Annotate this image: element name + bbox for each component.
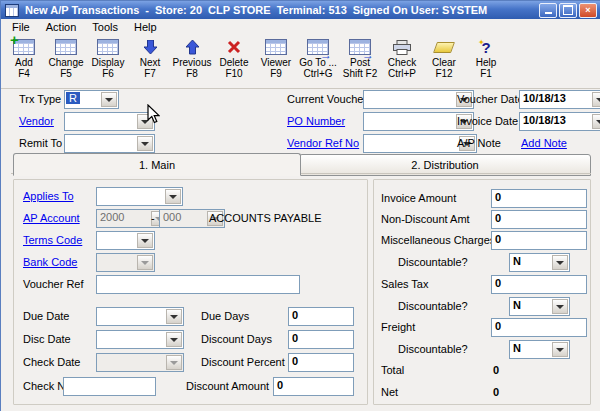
voucher-date-select[interactable]: 10/18/13: [519, 90, 600, 109]
applies-to-select[interactable]: [96, 187, 183, 206]
bank-code-link[interactable]: Bank Code: [23, 256, 77, 269]
goto-button[interactable]: → Go To ... Ctrl+G: [297, 38, 339, 79]
remit-to-label: Remit To: [19, 137, 62, 150]
app-window: New A/P Transactions - Store: 20 CLP STO…: [0, 0, 600, 411]
ap-account-link[interactable]: AP Account: [23, 212, 80, 225]
window-title-terminal: Terminal: 513: [277, 4, 347, 16]
po-number-link[interactable]: PO Number: [287, 115, 345, 128]
non-discount-amt-input[interactable]: 0: [491, 210, 587, 229]
invoice-date-select[interactable]: 10/18/13: [519, 112, 600, 131]
check-button[interactable]: Check Ctrl+P: [381, 38, 423, 79]
due-date-select[interactable]: [96, 307, 184, 326]
discountable-tax-label: Discountable?: [398, 300, 468, 313]
remit-to-select[interactable]: [64, 134, 155, 153]
add-note-link[interactable]: Add Note: [521, 137, 567, 150]
trx-type-value: R: [66, 92, 80, 104]
check-no-input[interactable]: [63, 377, 156, 396]
discountable-misc-select[interactable]: N: [509, 253, 570, 272]
menu-tools[interactable]: Tools: [85, 20, 125, 34]
check-date-select[interactable]: [96, 353, 184, 372]
bank-code-select[interactable]: [96, 253, 155, 272]
chevron-down-icon[interactable]: [101, 92, 117, 107]
invoice-date-label: Invoice Date: [457, 115, 518, 128]
net-value: 0: [493, 386, 499, 399]
table-icon: [97, 38, 119, 56]
chevron-down-icon[interactable]: [592, 92, 600, 107]
app-icon: [5, 4, 19, 17]
vendor-link[interactable]: Vendor: [19, 115, 54, 128]
table-icon: [265, 38, 287, 56]
applies-to-link[interactable]: Applies To: [23, 190, 74, 203]
eraser-icon: [435, 38, 453, 56]
window-title-store: Store: 20: [155, 4, 202, 16]
chevron-down-icon[interactable]: [137, 233, 153, 248]
invoice-amount-input[interactable]: 0: [491, 189, 587, 208]
previous-button[interactable]: Previous F8: [171, 38, 213, 79]
non-discount-amt-label: Non-Discount Amt: [381, 213, 470, 226]
mouse-cursor: [147, 104, 160, 124]
chevron-down-icon[interactable]: [166, 309, 182, 324]
chevron-down-icon[interactable]: [137, 136, 153, 151]
close-button[interactable]: ×: [579, 3, 597, 18]
discount-days-label: Discount Days: [201, 333, 272, 346]
viewer-button[interactable]: Viewer F9: [255, 38, 297, 79]
disc-date-label: Disc Date: [23, 333, 71, 346]
menu-action[interactable]: Action: [39, 20, 84, 34]
due-days-input[interactable]: 0: [288, 307, 354, 326]
delete-button[interactable]: Delete F10: [213, 38, 255, 79]
minimize-button[interactable]: [539, 3, 557, 18]
post-button[interactable]: → Post Shift F2: [339, 38, 381, 79]
trx-type-select[interactable]: R: [64, 90, 119, 109]
table-arrow-icon: →: [349, 38, 371, 56]
chevron-down-icon[interactable]: [165, 189, 181, 204]
due-date-label: Due Date: [23, 310, 69, 323]
chevron-down-icon[interactable]: [552, 342, 568, 357]
window-title-user: Signed On User: SYSTEM: [353, 4, 487, 16]
chevron-down-icon[interactable]: [166, 332, 182, 347]
terms-code-select[interactable]: [96, 231, 155, 250]
change-button[interactable]: Change F5: [45, 38, 87, 79]
discountable-freight-select[interactable]: N: [509, 340, 570, 359]
window-controls: ×: [539, 3, 597, 18]
add-button[interactable]: + Add F4: [3, 38, 45, 79]
discountable-tax-select[interactable]: N: [509, 297, 570, 316]
menu-help[interactable]: Help: [127, 20, 164, 34]
terms-code-link[interactable]: Terms Code: [23, 234, 82, 247]
vendor-ref-no-link[interactable]: Vendor Ref No: [287, 137, 359, 150]
ap-note-label: A/P Note: [457, 137, 501, 150]
table-icon: [55, 38, 77, 56]
maximize-button[interactable]: [559, 3, 577, 18]
voucher-ref-input[interactable]: [96, 275, 300, 294]
discount-amount-input[interactable]: 0: [273, 377, 354, 396]
voucher-ref-label: Voucher Ref: [23, 278, 84, 291]
discount-percent-input[interactable]: 0: [288, 353, 354, 372]
help-icon: ?✦: [481, 38, 490, 56]
vendor-select[interactable]: [64, 112, 155, 131]
help-button[interactable]: ?✦ Help F1: [465, 38, 507, 79]
chevron-down-icon[interactable]: [166, 355, 182, 370]
discount-days-input[interactable]: 0: [288, 330, 354, 349]
tab-main[interactable]: 1. Main: [13, 153, 301, 176]
sales-tax-input[interactable]: 0: [491, 275, 587, 294]
sales-tax-label: Sales Tax: [381, 278, 429, 291]
trx-type-label: Trx Type: [19, 93, 61, 106]
freight-input[interactable]: 0: [491, 318, 587, 337]
total-value: 0: [493, 364, 499, 377]
chevron-down-icon[interactable]: [552, 299, 568, 314]
chevron-down-icon[interactable]: [592, 114, 600, 129]
freight-label: Freight: [381, 321, 415, 334]
chevron-down-icon[interactable]: [552, 255, 568, 270]
next-button[interactable]: Next F7: [129, 38, 171, 79]
discount-amount-label: Discount Amount: [186, 380, 269, 393]
menu-bar: File Action Tools Help: [1, 19, 600, 36]
chevron-down-icon[interactable]: [137, 255, 153, 270]
check-date-label: Check Date: [23, 356, 80, 369]
misc-charges-input[interactable]: 0: [491, 231, 587, 250]
ap-account-description: ACCOUNTS PAYABLE: [209, 212, 321, 225]
disc-date-select[interactable]: [96, 330, 184, 349]
printer-icon: [393, 38, 411, 56]
clear-button[interactable]: Clear F12: [423, 38, 465, 79]
misc-charges-label: Miscellaneous Charges: [381, 234, 495, 247]
display-button[interactable]: Display F6: [87, 38, 129, 79]
add-icon: +: [13, 38, 35, 56]
